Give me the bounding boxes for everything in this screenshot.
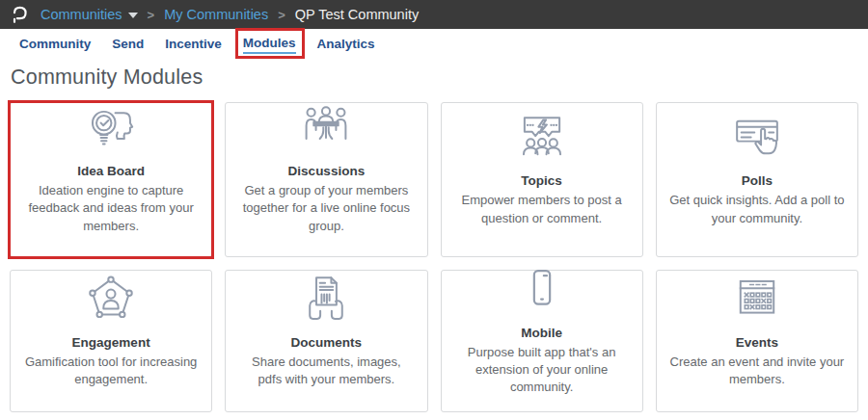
tab-incentive[interactable]: Incentive bbox=[165, 37, 222, 53]
tab-modules[interactable]: Modules bbox=[243, 36, 296, 54]
module-description: Create an event and invite your members. bbox=[669, 354, 845, 388]
module-title: Events bbox=[736, 335, 778, 350]
top-bar: Communities > My Communities > QP Test C… bbox=[0, 0, 868, 29]
module-title: Discussions bbox=[288, 164, 366, 178]
module-description: Ideation engine to capture feedback and … bbox=[23, 182, 199, 235]
module-title: Engagement bbox=[72, 335, 150, 350]
events-icon bbox=[729, 271, 785, 328]
polls-icon bbox=[729, 109, 785, 167]
module-title: Polls bbox=[742, 173, 773, 188]
tab-community[interactable]: Community bbox=[19, 37, 91, 53]
communities-dropdown-label: Communities bbox=[41, 7, 122, 22]
modules-grid: Idea Board Ideation engine to capture fe… bbox=[10, 102, 858, 412]
discussions-icon bbox=[298, 101, 354, 157]
questionpro-logo-icon[interactable] bbox=[10, 4, 29, 25]
communities-dropdown[interactable]: Communities bbox=[41, 7, 138, 22]
module-description: Get quick insights. Add a poll to your c… bbox=[669, 192, 845, 226]
module-title: Documents bbox=[291, 335, 363, 350]
module-title: Topics bbox=[521, 173, 562, 188]
tab-analytics[interactable]: Analytics bbox=[317, 37, 375, 53]
module-card-events[interactable]: Events Create an event and invite your m… bbox=[656, 270, 858, 412]
idea-board-icon bbox=[83, 101, 139, 157]
breadcrumb-my-communities[interactable]: My Communities bbox=[164, 7, 268, 22]
module-card-engagement[interactable]: Engagement Gamification tool for increas… bbox=[10, 270, 212, 412]
module-card-documents[interactable]: Documents Share documents, images, pdfs … bbox=[225, 270, 427, 412]
breadcrumb-current-community: QP Test Community bbox=[295, 7, 419, 22]
module-description: Purpose built app that's an extension of… bbox=[454, 344, 630, 397]
module-card-polls[interactable]: Polls Get quick insights. Add a poll to … bbox=[656, 102, 858, 257]
topics-icon bbox=[514, 109, 570, 167]
module-description: Share documents, images, pdfs with your … bbox=[238, 354, 414, 388]
module-card-mobile[interactable]: Mobile Purpose built app that's an exten… bbox=[441, 270, 643, 412]
module-description: Empower members to post a question or co… bbox=[454, 192, 630, 226]
module-description: Get a group of your members together for… bbox=[238, 182, 414, 235]
breadcrumb-separator: > bbox=[148, 8, 155, 22]
page-title: Community Modules bbox=[11, 66, 868, 90]
chevron-down-icon bbox=[128, 13, 138, 18]
documents-icon bbox=[298, 271, 354, 328]
module-card-idea-board[interactable]: Idea Board Ideation engine to capture fe… bbox=[10, 102, 212, 257]
tab-send[interactable]: Send bbox=[112, 37, 144, 53]
module-title: Idea Board bbox=[77, 164, 145, 178]
module-card-topics[interactable]: Topics Empower members to post a questio… bbox=[441, 102, 643, 257]
mobile-icon bbox=[514, 263, 570, 319]
engagement-icon bbox=[83, 271, 139, 328]
breadcrumb-separator: > bbox=[278, 8, 285, 22]
tab-bar: Community Send Incentive Modules Analyti… bbox=[0, 29, 868, 61]
module-title: Mobile bbox=[521, 326, 562, 340]
module-description: Gamification tool for increasing engagem… bbox=[23, 354, 199, 388]
module-card-discussions[interactable]: Discussions Get a group of your members … bbox=[225, 102, 427, 257]
